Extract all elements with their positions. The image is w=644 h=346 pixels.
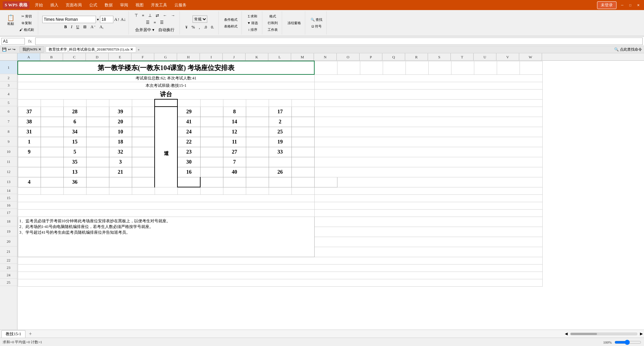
row-header-12[interactable]: 12: [0, 167, 17, 177]
menu-layout[interactable]: 页面布局: [62, 2, 85, 9]
row-header-18[interactable]: 18: [0, 216, 17, 226]
cell-B13[interactable]: [41, 177, 63, 187]
cell-Q1[interactable]: [383, 61, 406, 74]
cell-J10[interactable]: 27: [223, 147, 246, 157]
cell-A6[interactable]: 37: [18, 107, 41, 117]
col-header-A[interactable]: A: [17, 53, 40, 60]
corner-cell[interactable]: [0, 53, 17, 60]
cell-N1[interactable]: [314, 61, 337, 74]
cell-M8[interactable]: [291, 127, 314, 137]
file-tab-mywps[interactable]: 我的WPS ✕: [19, 46, 44, 53]
decimal-dec-button[interactable]: 0.: [209, 24, 216, 31]
menu-dev[interactable]: 开发工具: [148, 2, 170, 9]
cell-B11[interactable]: [41, 157, 63, 167]
cell-D11[interactable]: [86, 157, 109, 167]
cell-H13[interactable]: [200, 177, 223, 187]
freeze-button[interactable]: 冻结窗格: [286, 20, 302, 26]
row-header-3[interactable]: 3: [0, 81, 17, 89]
cell-M6[interactable]: [291, 107, 314, 117]
cell-A10[interactable]: 9: [18, 147, 41, 157]
close-button[interactable]: ✕: [635, 2, 641, 8]
cell-J8[interactable]: 12: [223, 127, 246, 137]
row-header-21[interactable]: 21: [0, 246, 17, 256]
col-header-H[interactable]: H: [177, 53, 200, 60]
cell-N21[interactable]: [314, 247, 542, 257]
col-header-J[interactable]: J: [223, 53, 246, 60]
row-col-button[interactable]: 行和列: [266, 20, 279, 26]
col-header-Q[interactable]: Q: [382, 53, 405, 60]
cell-N12[interactable]: [314, 167, 542, 177]
cell-C6[interactable]: 28: [63, 107, 86, 117]
cell-P1[interactable]: [360, 61, 383, 74]
cell-A13[interactable]: 4: [18, 177, 41, 187]
cell-L7[interactable]: 2: [269, 117, 291, 127]
italic-button[interactable]: I: [69, 24, 74, 30]
cell-B5[interactable]: [41, 99, 63, 107]
row-header-23[interactable]: 23: [0, 264, 17, 271]
cell-B14[interactable]: [41, 187, 63, 194]
cell-I8[interactable]: [200, 127, 223, 137]
cell-M12[interactable]: [291, 167, 314, 177]
copy-button[interactable]: ⧉ 复制: [18, 20, 35, 26]
col-header-D[interactable]: D: [86, 53, 109, 60]
cell-S1[interactable]: [428, 61, 451, 74]
cell-L9[interactable]: 19: [269, 137, 291, 147]
paste-button[interactable]: 📋 粘贴: [5, 13, 17, 33]
cell-E12[interactable]: 21: [109, 167, 132, 177]
cell-N2[interactable]: [314, 74, 542, 82]
indent-dec-button[interactable]: ←: [161, 12, 169, 19]
cell-I14[interactable]: [200, 187, 223, 194]
align-bottom-button[interactable]: ⊥: [147, 12, 153, 19]
cell-N13[interactable]: [337, 177, 542, 187]
cell-N3[interactable]: [314, 82, 542, 89]
cell-E11[interactable]: 3: [109, 157, 132, 167]
col-header-T[interactable]: T: [451, 53, 474, 60]
align-left-button[interactable]: ☰: [144, 19, 151, 26]
cell-K5[interactable]: [246, 99, 269, 107]
cell-F14[interactable]: [132, 187, 155, 194]
sheet-tab-active[interactable]: 教技15-1: [1, 330, 25, 338]
menu-cloud[interactable]: 云服务: [171, 2, 190, 9]
cell-N16[interactable]: [314, 202, 542, 209]
cell-I11[interactable]: [200, 157, 223, 167]
percent-button[interactable]: %: [190, 24, 197, 31]
cell-K11[interactable]: [246, 157, 269, 167]
row-header-13[interactable]: 13: [0, 177, 17, 187]
cell-I10[interactable]: [200, 147, 223, 157]
cell-H9[interactable]: 22: [177, 137, 200, 147]
redo-icon[interactable]: ↪: [12, 47, 15, 52]
cell-A15[interactable]: [18, 194, 314, 202]
cell-N6[interactable]: [314, 107, 542, 117]
row-header-25[interactable]: 25: [0, 279, 17, 286]
search-command-label[interactable]: 🔍 点此查找命令: [614, 47, 642, 52]
cell-D10[interactable]: [86, 147, 109, 157]
cell-N4[interactable]: [314, 89, 542, 99]
col-header-K[interactable]: K: [246, 53, 268, 60]
align-right-button[interactable]: ☰: [158, 19, 165, 26]
cell-A18-notes[interactable]: 1、监考员必须于开考前10分钟将此考场座位安排表抄在黑板上，以便考生对号就座。 …: [18, 217, 314, 257]
cell-A24[interactable]: [18, 272, 542, 279]
cell-A5[interactable]: [18, 99, 41, 107]
cell-F7[interactable]: [132, 117, 155, 127]
col-header-S[interactable]: S: [428, 53, 451, 60]
cell-H12[interactable]: 16: [177, 167, 200, 177]
col-header-W[interactable]: W: [519, 53, 542, 60]
cell-B6[interactable]: [41, 107, 63, 117]
scroll-left-button[interactable]: ◀: [565, 332, 568, 336]
wps-logo[interactable]: S WPS 表格: [3, 1, 30, 9]
cell-E7[interactable]: 20: [109, 117, 132, 127]
cell-D5[interactable]: [86, 99, 109, 107]
row-header-22[interactable]: 22: [0, 256, 17, 264]
cell-B7[interactable]: [41, 117, 63, 127]
col-header-B[interactable]: B: [40, 53, 63, 60]
cell-G5[interactable]: [155, 99, 177, 107]
cell-C9[interactable]: 15: [63, 137, 86, 147]
sort-button[interactable]: ↕ 排序: [247, 27, 259, 33]
scroll-right-button[interactable]: ▶: [640, 332, 643, 336]
row-header-9[interactable]: 9: [0, 136, 17, 147]
cell-D6[interactable]: [86, 107, 109, 117]
col-header-E[interactable]: E: [109, 53, 131, 60]
cell-F11[interactable]: [132, 157, 155, 167]
cell-N14[interactable]: [314, 187, 542, 194]
cell-L13[interactable]: [291, 177, 314, 187]
